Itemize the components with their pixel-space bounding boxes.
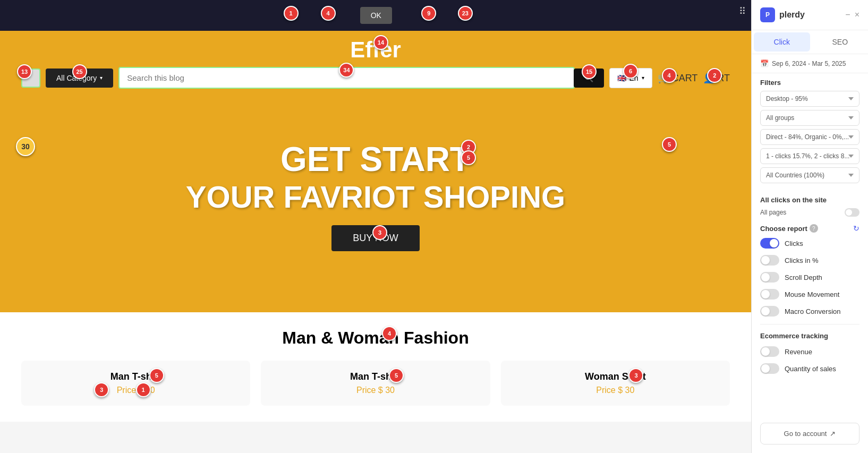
hero-title-1: GET START 2 5 [280, 140, 471, 179]
quantity-label: Quantity of sales [785, 365, 836, 373]
product-name-3: Woman Scart 3 [512, 371, 719, 382]
filters-section: Filters Desktop - 95% All groups Direct … [752, 73, 868, 192]
product-price-1: Price $ 30 3 1 [32, 386, 240, 395]
info-icon[interactable]: ? [810, 224, 818, 233]
section-badge: 4 [382, 326, 397, 341]
report-option-revenue: Revenue [752, 343, 868, 360]
report-option-mouse-movement: Mouse Movement [752, 286, 868, 303]
hero-text-area: GET START 2 5 YOUR FAVRIOT SHOPING BUY N… [186, 78, 565, 312]
nav-badge-4: 23 [458, 6, 473, 21]
product-price-2: Price $ 30 [271, 386, 479, 395]
quantity-toggle[interactable] [760, 363, 779, 374]
product-name-1: Man T-shirt 5 [32, 371, 240, 382]
mouse-movement-label: Mouse Movement [785, 290, 839, 298]
search-btn-badge: 15 [582, 64, 597, 79]
panel-header: P plerdy − × [752, 0, 868, 30]
refresh-icon[interactable]: ↻ [853, 224, 860, 233]
choose-report-row: Choose report ? ↻ [752, 221, 868, 235]
revenue-toggle[interactable] [760, 346, 779, 357]
choose-report-label: Choose report [760, 225, 807, 233]
clicks-toggle[interactable] [760, 238, 779, 249]
all-pages-row: All pages [752, 206, 868, 221]
product1-price-badge1: 3 [94, 382, 109, 397]
ecommerce-title: Ecommerce tracking [752, 329, 868, 343]
right-panel: P plerdy − × Click SEO 📅 Sep 6, 2024 - M… [751, 0, 868, 453]
revenue-label: Revenue [785, 348, 812, 356]
nav-badge-2: 4 [321, 6, 336, 21]
macro-conversion-label: Macro Conversion [785, 307, 841, 315]
groups-filter[interactable]: All groups [760, 110, 860, 126]
all-pages-toggle[interactable] [845, 208, 860, 217]
product2-name-badge: 5 [389, 368, 404, 383]
nav-item-k[interactable]: K 9 [424, 11, 429, 20]
product-card-2: Man T-shirt 5 Price $ 30 [261, 361, 490, 406]
nav-item-t[interactable]: T 23 [461, 11, 465, 20]
category-badge: 25 [72, 64, 87, 79]
macro-conversion-toggle[interactable] [760, 306, 779, 317]
main-content: ⠿ E 1 C 4 OK K 9 T 23 Effer 14 [0, 0, 751, 453]
hero-badge-2: 5 [461, 150, 476, 165]
go-to-account-button[interactable]: Go to account ↗ [760, 423, 860, 445]
all-pages-label: All pages [760, 209, 786, 216]
products-section: Man & Woman Fashion 4 Man T-shirt 5 Pric… [0, 312, 751, 422]
nav-item-c[interactable]: C 4 [323, 11, 328, 20]
clicks-percent-label: Clicks in % [785, 257, 819, 264]
device-filter[interactable]: Desktop - 95% [760, 91, 860, 107]
product1-name-badge: 5 [149, 368, 164, 383]
hero-logo: Effer 14 [350, 37, 401, 63]
nav-item-ok[interactable]: OK [360, 7, 392, 24]
date-range-selector[interactable]: 📅 Sep 6, 2024 - Mar 5, 2025 [752, 54, 868, 73]
hero-section: Effer 14 13 All Category ▾ 25 34 [0, 31, 751, 312]
cart-icons: 🛒 CART 4 👤 RT 2 [658, 72, 730, 84]
product3-name-badge: 3 [628, 368, 643, 383]
left-menu-badge: 13 [17, 64, 32, 79]
user-badge: 2 [707, 68, 722, 83]
filters-title: Filters [760, 79, 860, 87]
cart-badge: 4 [662, 68, 677, 83]
nav-item-e[interactable]: E 1 [286, 11, 291, 20]
product-card-1: Man T-shirt 5 Price $ 30 3 1 [21, 361, 250, 406]
hero-left-badge: 30 [16, 137, 35, 156]
clicks-percent-toggle[interactable] [760, 255, 779, 266]
panel-tabs: Click SEO [752, 30, 868, 54]
plerdy-logo-icon: P [760, 7, 775, 22]
tab-seo[interactable]: SEO [812, 30, 869, 54]
tab-click[interactable]: Click [754, 32, 810, 52]
hero-right-badge: 5 [662, 137, 677, 152]
section-title: Man & Woman Fashion 4 [21, 328, 730, 348]
panel-close-button[interactable]: × [855, 10, 860, 20]
country-filter[interactable]: All Countries (100%) [760, 167, 860, 183]
report-option-clicks: Clicks [752, 235, 868, 252]
logo-badge: 14 [373, 35, 388, 50]
external-link-icon: ↗ [830, 430, 836, 438]
traffic-filter[interactable]: Direct - 84%, Organic - 0%,... [760, 129, 860, 145]
product-price-3: Price $ 30 [512, 386, 719, 395]
product-name-2: Man T-shirt 5 [271, 371, 479, 382]
panel-minimize-button[interactable]: − [845, 10, 850, 20]
nav-badge-1: 1 [284, 6, 299, 21]
report-option-macro-conversion: Macro Conversion [752, 303, 868, 320]
grid-dots-icon[interactable]: ⠿ [739, 5, 746, 17]
clicks-label: Clicks [785, 240, 803, 247]
top-nav: E 1 C 4 OK K 9 T 23 [0, 0, 751, 31]
scroll-depth-toggle[interactable] [760, 272, 779, 283]
scroll-depth-label: Scroll Depth [785, 273, 822, 281]
report-option-scroll-depth: Scroll Depth [752, 269, 868, 286]
report-option-clicks-percent: Clicks in % [752, 252, 868, 269]
products-grid: Man T-shirt 5 Price $ 30 3 1 Man T-shirt… [21, 361, 730, 406]
calendar-icon: 📅 [760, 59, 769, 67]
panel-logo: P plerdy [760, 7, 805, 22]
hero-title-2: YOUR FAVRIOT SHOPING [186, 179, 565, 215]
nav-badge-3: 9 [421, 6, 436, 21]
product1-price-badge2: 1 [136, 382, 151, 397]
product-card-3: Woman Scart 3 Price $ 30 [501, 361, 730, 406]
divider [760, 324, 860, 324]
search-badge: 34 [339, 63, 354, 78]
buy-now-badge: 3 [372, 225, 387, 240]
lang-badge: 6 [623, 64, 638, 79]
report-option-quantity: Quantity of sales [752, 360, 868, 377]
all-clicks-label: All clicks on the site [752, 192, 868, 206]
clicks-filter[interactable]: 1 - clicks 15.7%, 2 - clicks 8... [760, 148, 860, 164]
mouse-movement-toggle[interactable] [760, 289, 779, 300]
